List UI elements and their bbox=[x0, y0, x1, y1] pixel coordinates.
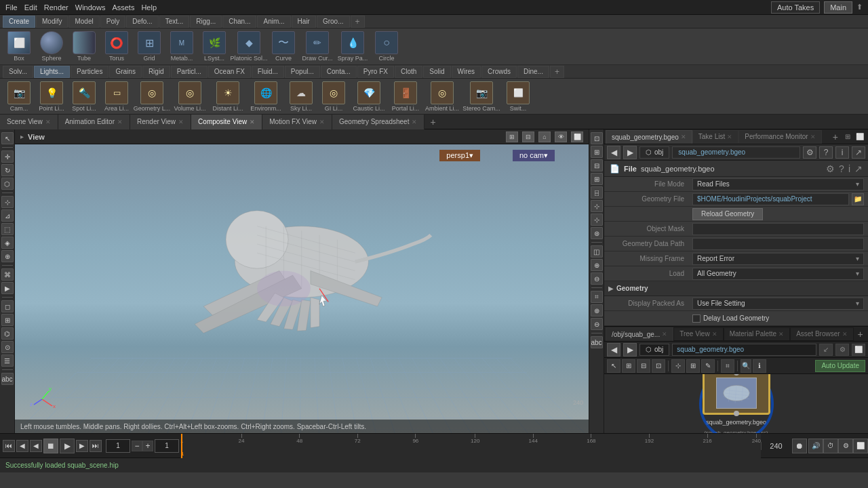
ne-tool-zoomfit[interactable]: ⌗ bbox=[721, 359, 734, 373]
tl-record-btn[interactable]: ⏺ bbox=[792, 439, 807, 453]
ne-tab-squabge[interactable]: /obj/squab_ge... ✕ bbox=[606, 327, 673, 341]
tool-3[interactable]: ⬚ bbox=[1, 223, 14, 235]
tool-scale[interactable]: ⬡ bbox=[1, 178, 14, 190]
view-tool-5[interactable]: ⌸ bbox=[591, 186, 603, 199]
ne-nav-extra1[interactable]: ↙ bbox=[819, 344, 833, 356]
viewport-maximize[interactable]: ⬜ bbox=[571, 131, 583, 142]
shelf2-tab-lights[interactable]: Solv... bbox=[3, 66, 33, 78]
scene-view-close[interactable]: ✕ bbox=[45, 119, 51, 125]
rpanel-nav-settings[interactable]: ⚙ bbox=[803, 146, 816, 159]
view-tool-10[interactable]: ⊕ bbox=[591, 259, 603, 271]
rpanel-nav-question[interactable]: ? bbox=[819, 146, 833, 159]
anim-editor-close[interactable]: ✕ bbox=[117, 119, 123, 125]
load-dropdown[interactable]: All Geometry ▾ bbox=[692, 268, 864, 280]
ne-tool-layout[interactable]: ⊟ bbox=[637, 359, 650, 373]
menu-file[interactable]: File bbox=[3, 2, 20, 13]
shelf-icon-tube[interactable]: Tube bbox=[69, 31, 99, 62]
ne-tab-matpal[interactable]: Material Palette ✕ bbox=[724, 327, 790, 341]
view-tool-11[interactable]: ⊖ bbox=[591, 272, 603, 285]
tool-7[interactable]: ▶ bbox=[1, 282, 14, 294]
shelf2-tab-ocean[interactable]: Ocean FX bbox=[208, 66, 251, 78]
menu-help[interactable]: Help bbox=[138, 2, 159, 13]
geodatapath-input[interactable] bbox=[692, 238, 864, 250]
squab-tab-close[interactable]: ✕ bbox=[681, 134, 686, 140]
ne-nav-file[interactable]: squab_geometry.bgeo bbox=[672, 344, 816, 356]
render-view-close[interactable]: ✕ bbox=[178, 119, 184, 125]
props-question-btn[interactable]: ? bbox=[839, 163, 844, 174]
shelf2-icon-skyli[interactable]: ☁ Sky Li... bbox=[286, 81, 316, 112]
viewport-home[interactable]: ⌂ bbox=[538, 131, 551, 142]
view-tool-4[interactable]: ⊞ bbox=[591, 173, 603, 185]
rpanel-nav-file[interactable]: squab_geometry.bgeo bbox=[672, 146, 800, 159]
shelf2-icon-volumeli[interactable]: ◎ Volume Li... bbox=[172, 81, 208, 112]
ne-tool-view[interactable]: ⊞ bbox=[622, 359, 635, 373]
shelf-tab-rigg[interactable]: Rigg... bbox=[190, 16, 222, 28]
tool-6[interactable]: ⌘ bbox=[1, 268, 14, 281]
shelf-icon-spray[interactable]: 💧 Spray Pa... bbox=[336, 31, 369, 62]
shelf2-icon-areali[interactable]: ▭ Area Li... bbox=[102, 81, 132, 112]
takelst-tab-close[interactable]: ✕ bbox=[727, 134, 732, 140]
rpanel-tab-takelst[interactable]: Take List ✕ bbox=[692, 130, 738, 144]
perspective-dropdown[interactable]: persp1▾ bbox=[439, 150, 480, 161]
ne-tab-assetbrow[interactable]: Asset Browser ✕ bbox=[790, 327, 853, 341]
expand-icon[interactable]: ⬆ bbox=[854, 3, 865, 12]
ne-tool-grid[interactable]: ⊞ bbox=[686, 359, 700, 373]
shelf2-tab-solid[interactable]: Solid bbox=[423, 66, 450, 78]
ne-nav-extra2[interactable]: ⚙ bbox=[835, 344, 849, 356]
tl-realtime-btn[interactable]: ⏱ bbox=[823, 439, 838, 453]
shelf2-tab-rigid[interactable]: Rigid bbox=[142, 66, 170, 78]
tl-next-frame-btn[interactable]: ▶ bbox=[76, 440, 88, 452]
shelf-tab-chan[interactable]: Chan... bbox=[222, 16, 256, 28]
shelf-tab-text[interactable]: Text... bbox=[159, 16, 190, 28]
shelf2-tab-lights2[interactable]: Lights... bbox=[34, 66, 70, 78]
ne-tool-search[interactable]: 🔍 bbox=[741, 359, 751, 373]
tl-frame-display[interactable]: 1 bbox=[155, 439, 179, 453]
geomspread-close[interactable]: ✕ bbox=[412, 119, 417, 125]
view-tab-motionfx[interactable]: Motion FX View ✕ bbox=[262, 115, 332, 129]
view-tool-15[interactable]: abc bbox=[591, 336, 603, 348]
shelf2-icon-pointli[interactable]: 💡 Point Li... bbox=[37, 81, 66, 112]
timeline-bar[interactable]: 1 24 48 72 96 120 bbox=[180, 434, 761, 458]
tool-12[interactable]: ☰ bbox=[1, 354, 14, 367]
node-box[interactable] bbox=[703, 374, 770, 415]
tool-5[interactable]: ⊕ bbox=[1, 250, 14, 262]
shelf2-tab-conta[interactable]: Conta... bbox=[321, 66, 357, 78]
shelf-tab-modify[interactable]: Modify bbox=[36, 16, 68, 28]
menu-windows[interactable]: Windows bbox=[73, 2, 108, 13]
ne-tool-aupdate[interactable]: Auto Update bbox=[815, 360, 865, 372]
shelf2-icon-geomli[interactable]: ◎ Geometry L... bbox=[134, 81, 170, 112]
perfmon-tab-close[interactable]: ✕ bbox=[810, 134, 816, 140]
camera-dropdown[interactable]: no cam▾ bbox=[513, 150, 555, 161]
displaypacked-dropdown[interactable]: Use File Setting ▾ bbox=[692, 298, 864, 310]
shelf-icon-curve[interactable]: 〜 Curve bbox=[269, 31, 298, 62]
tl-play-btn[interactable]: ▶ bbox=[60, 439, 75, 453]
shelf-icon-box[interactable]: ⬜ Box bbox=[4, 31, 34, 62]
view-tool-2[interactable]: ⊞ bbox=[591, 146, 603, 158]
composite-view-close[interactable]: ✕ bbox=[250, 119, 255, 125]
shelf-icon-metab[interactable]: M Metab... bbox=[167, 31, 197, 62]
ne-tab-squabge-close[interactable]: ✕ bbox=[662, 331, 667, 338]
rpanel-tab-add[interactable]: + bbox=[829, 131, 842, 142]
geometry-node[interactable]: squab_geometry.bgeo (squab_geometry.bgeo… bbox=[703, 374, 770, 433]
missingframe-dropdown[interactable]: Report Error ▾ bbox=[692, 253, 864, 265]
view-tool-13[interactable]: ⊕ bbox=[591, 304, 603, 317]
shelf2-tab-particl[interactable]: Particl... bbox=[171, 66, 208, 78]
shelf2-tab-crowds[interactable]: Crowds bbox=[481, 66, 517, 78]
shelf2-icon-gili[interactable]: ◎ GI Li... bbox=[319, 81, 349, 112]
shelf-tab-poly[interactable]: Poly bbox=[100, 16, 125, 28]
props-gear-btn[interactable]: ⚙ bbox=[826, 163, 835, 174]
shelf-tab-create[interactable]: Create bbox=[3, 16, 35, 28]
view-tool-3[interactable]: ⊟ bbox=[591, 159, 603, 171]
tl-settings-btn[interactable]: ⚙ bbox=[838, 439, 853, 453]
shelf-icon-platonic[interactable]: ◆ Platonic Sol... bbox=[232, 31, 266, 62]
main-dropdown[interactable]: Main bbox=[824, 1, 852, 14]
ne-tool-annot[interactable]: ✎ bbox=[701, 359, 715, 373]
shelf2-icon-swit[interactable]: ⬜ Swit... bbox=[503, 81, 533, 112]
viewport-ctrl-1[interactable]: ⊞ bbox=[506, 131, 518, 142]
shelf-tab-hair[interactable]: Hair bbox=[292, 16, 316, 28]
tl-frame-input[interactable]: 1 bbox=[106, 439, 130, 453]
rpanel-nav-obj[interactable]: ⬡ obj bbox=[639, 146, 669, 159]
tl-start-btn[interactable]: ⏮ bbox=[3, 440, 15, 452]
menu-render[interactable]: Render bbox=[41, 2, 71, 13]
tl-plus-btn[interactable]: + bbox=[142, 441, 153, 451]
